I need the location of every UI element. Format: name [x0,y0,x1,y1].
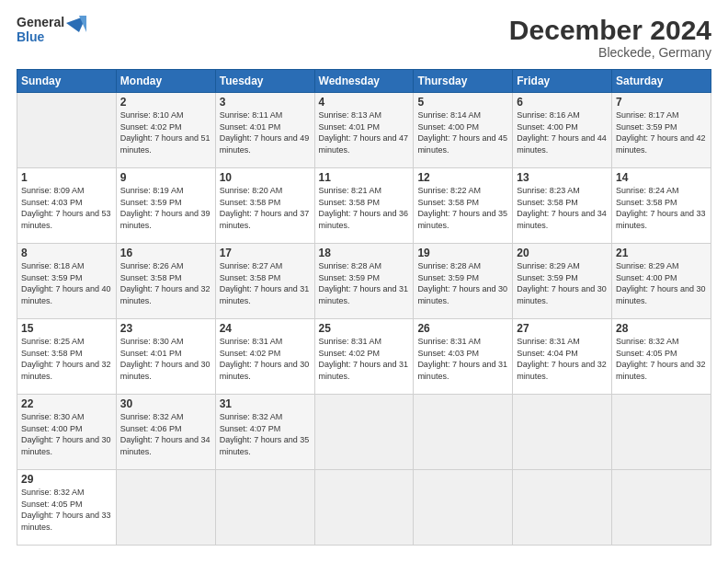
day-info: Sunrise: 8:10 AMSunset: 4:02 PMDaylight:… [120,109,211,155]
day-number: 21 [616,247,707,259]
calendar-cell: 15Sunrise: 8:25 AMSunset: 3:58 PMDayligh… [17,319,117,395]
day-info: Sunrise: 8:31 AMSunset: 4:03 PMDaylight:… [417,336,508,382]
calendar-cell: 2Sunrise: 8:10 AMSunset: 4:02 PMDaylight… [116,93,215,168]
day-info: Sunrise: 8:14 AMSunset: 4:00 PMDaylight:… [417,109,508,155]
logo-bird-icon [66,16,86,43]
day-number: 6 [517,96,608,109]
day-number: 8 [21,247,112,259]
day-info: Sunrise: 8:31 AMSunset: 4:02 PMDaylight:… [319,336,410,382]
calendar-cell [513,395,612,470]
calendar-cell: 14Sunrise: 8:24 AMSunset: 3:58 PMDayligh… [612,168,711,244]
day-info: Sunrise: 8:32 AMSunset: 4:06 PMDaylight:… [120,411,211,457]
day-info: Sunrise: 8:18 AMSunset: 3:59 PMDaylight:… [21,260,112,306]
day-info: Sunrise: 8:16 AMSunset: 4:00 PMDaylight:… [517,109,608,155]
calendar-row: 8Sunrise: 8:18 AMSunset: 3:59 PMDaylight… [17,244,711,319]
day-info: Sunrise: 8:28 AMSunset: 3:59 PMDaylight:… [319,260,410,306]
month-title: December 2024 [509,15,711,45]
calendar-cell: 30Sunrise: 8:32 AMSunset: 4:06 PMDayligh… [116,395,215,470]
calendar-cell: 21Sunrise: 8:29 AMSunset: 4:00 PMDayligh… [612,244,711,319]
day-info: Sunrise: 8:24 AMSunset: 3:58 PMDaylight:… [616,185,707,231]
day-number: 4 [319,96,410,109]
day-info: Sunrise: 8:28 AMSunset: 3:59 PMDaylight:… [417,260,508,306]
location: Bleckede, Germany [509,45,711,60]
day-number: 28 [616,322,707,335]
calendar-page: General Blue December 2024 Bleckede, Ger… [0,0,728,563]
calendar-cell: 19Sunrise: 8:28 AMSunset: 3:59 PMDayligh… [414,244,513,319]
calendar-cell: 29Sunrise: 8:32 AMSunset: 4:05 PMDayligh… [17,470,117,546]
header-row: Sunday Monday Tuesday Wednesday Thursday… [17,70,711,93]
calendar-cell: 11Sunrise: 8:21 AMSunset: 3:58 PMDayligh… [314,168,414,244]
day-number: 9 [120,171,211,184]
day-number: 18 [319,247,410,259]
calendar-cell: 1Sunrise: 8:09 AMSunset: 4:03 PMDaylight… [17,168,117,244]
day-number: 26 [417,322,508,335]
day-number: 16 [120,247,211,259]
calendar-cell: 13Sunrise: 8:23 AMSunset: 3:58 PMDayligh… [513,168,612,244]
logo: General Blue [17,15,86,44]
day-info: Sunrise: 8:32 AMSunset: 4:05 PMDaylight:… [21,487,112,533]
day-info: Sunrise: 8:21 AMSunset: 3:58 PMDaylight:… [319,185,410,231]
calendar-cell: 23Sunrise: 8:30 AMSunset: 4:01 PMDayligh… [116,319,215,395]
day-number: 25 [319,322,410,335]
day-number: 17 [220,247,311,259]
day-number: 2 [120,96,211,109]
day-number: 31 [220,397,311,410]
calendar-row: 1Sunrise: 8:09 AMSunset: 4:03 PMDaylight… [17,168,711,244]
day-number: 30 [120,397,211,410]
calendar-cell: 4Sunrise: 8:13 AMSunset: 4:01 PMDaylight… [314,93,414,168]
day-info: Sunrise: 8:20 AMSunset: 3:58 PMDaylight:… [220,185,311,231]
calendar-cell: 6Sunrise: 8:16 AMSunset: 4:00 PMDaylight… [513,93,612,168]
calendar-cell [414,395,513,470]
calendar-cell [612,395,711,470]
calendar-cell [116,470,215,546]
calendar-row: 15Sunrise: 8:25 AMSunset: 3:58 PMDayligh… [17,319,711,395]
calendar-body: 2Sunrise: 8:10 AMSunset: 4:02 PMDaylight… [17,93,711,546]
day-info: Sunrise: 8:22 AMSunset: 3:58 PMDaylight:… [417,185,508,231]
calendar-row: 22Sunrise: 8:30 AMSunset: 4:00 PMDayligh… [17,395,711,470]
day-number: 3 [220,96,311,109]
header-friday: Friday [513,70,612,93]
calendar-cell: 10Sunrise: 8:20 AMSunset: 3:58 PMDayligh… [215,168,314,244]
calendar-row: 2Sunrise: 8:10 AMSunset: 4:02 PMDaylight… [17,93,711,168]
day-number: 23 [120,322,211,335]
calendar-cell: 9Sunrise: 8:19 AMSunset: 3:59 PMDaylight… [116,168,215,244]
day-number: 14 [616,171,707,184]
calendar-cell: 8Sunrise: 8:18 AMSunset: 3:59 PMDaylight… [17,244,117,319]
calendar-cell: 18Sunrise: 8:28 AMSunset: 3:59 PMDayligh… [314,244,414,319]
header-saturday: Saturday [612,70,711,93]
day-number: 7 [616,96,707,109]
day-number: 1 [21,171,112,184]
day-number: 11 [319,171,410,184]
day-info: Sunrise: 8:32 AMSunset: 4:05 PMDaylight:… [616,336,707,382]
day-info: Sunrise: 8:25 AMSunset: 3:58 PMDaylight:… [21,336,112,382]
calendar-cell: 25Sunrise: 8:31 AMSunset: 4:02 PMDayligh… [314,319,414,395]
header: General Blue December 2024 Bleckede, Ger… [17,15,711,60]
day-info: Sunrise: 8:19 AMSunset: 3:59 PMDaylight:… [120,185,211,231]
day-number: 12 [417,171,508,184]
calendar-cell [513,470,612,546]
day-info: Sunrise: 8:29 AMSunset: 4:00 PMDaylight:… [616,260,707,306]
day-number: 22 [21,397,112,410]
day-info: Sunrise: 8:31 AMSunset: 4:04 PMDaylight:… [517,336,608,382]
day-number: 13 [517,171,608,184]
title-block: December 2024 Bleckede, Germany [509,15,711,60]
calendar-cell [17,93,117,168]
calendar-cell [612,470,711,546]
day-info: Sunrise: 8:26 AMSunset: 3:58 PMDaylight:… [120,260,211,306]
day-number: 5 [417,96,508,109]
calendar-cell: 20Sunrise: 8:29 AMSunset: 3:59 PMDayligh… [513,244,612,319]
day-number: 10 [220,171,311,184]
calendar-cell: 28Sunrise: 8:32 AMSunset: 4:05 PMDayligh… [612,319,711,395]
calendar-cell: 7Sunrise: 8:17 AMSunset: 3:59 PMDaylight… [612,93,711,168]
calendar-cell: 22Sunrise: 8:30 AMSunset: 4:00 PMDayligh… [17,395,117,470]
day-info: Sunrise: 8:23 AMSunset: 3:58 PMDaylight:… [517,185,608,231]
header-sunday: Sunday [17,70,117,93]
day-number: 24 [220,322,311,335]
header-tuesday: Tuesday [215,70,314,93]
day-info: Sunrise: 8:17 AMSunset: 3:59 PMDaylight:… [616,109,707,155]
calendar-cell: 24Sunrise: 8:31 AMSunset: 4:02 PMDayligh… [215,319,314,395]
calendar-table: Sunday Monday Tuesday Wednesday Thursday… [17,69,711,546]
day-info: Sunrise: 8:09 AMSunset: 4:03 PMDaylight:… [21,185,112,231]
calendar-cell: 3Sunrise: 8:11 AMSunset: 4:01 PMDaylight… [215,93,314,168]
calendar-cell: 17Sunrise: 8:27 AMSunset: 3:58 PMDayligh… [215,244,314,319]
